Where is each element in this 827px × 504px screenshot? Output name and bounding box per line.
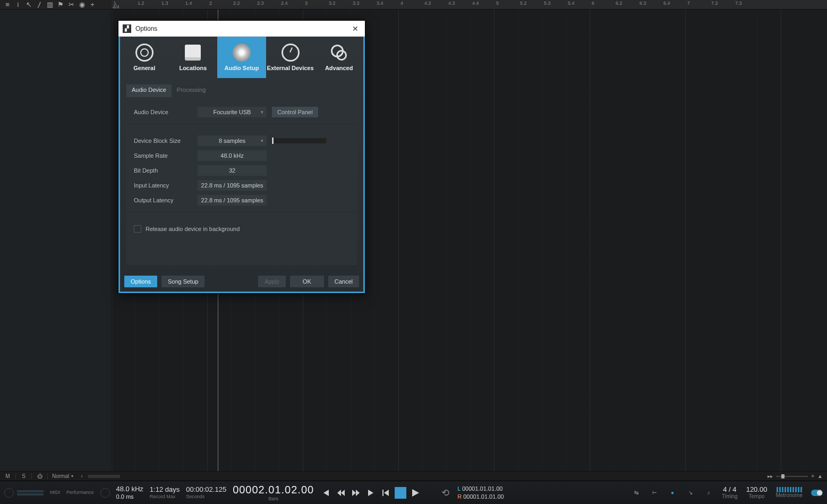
locator-left[interactable]: 00001.01.01.00 (462, 485, 502, 492)
options-category-tabs: General Locations Audio Setup External D… (120, 37, 363, 78)
tab-advanced[interactable]: Advanced (314, 37, 363, 78)
play-button[interactable] (410, 487, 421, 499)
tool-cut-icon[interactable]: ✂ (66, 1, 76, 8)
hscrollbar[interactable] (88, 475, 120, 478)
record-button[interactable] (424, 487, 436, 499)
midi-indicator-icon (100, 488, 110, 498)
input-latency-value: 22.8 ms / 1095 samples (198, 180, 267, 191)
dropout-value: 0.0 ms (116, 493, 134, 500)
block-size-slider[interactable] (271, 138, 326, 143)
expand-left-icon[interactable]: ‹ (78, 473, 86, 479)
automation-mode-label: Normal (52, 473, 69, 479)
track-footer-strip: M S ⏻ Normal▾ ‹ ▸▸ + ▲ (0, 471, 827, 481)
tab-general[interactable]: General (120, 37, 169, 78)
sample-rate-value[interactable]: 48.0 kHz (116, 485, 143, 493)
locator-display[interactable]: L 00001.01.01.00 R 00001.01.01.00 (457, 485, 504, 500)
drive-icon (184, 44, 202, 62)
timeline-ruler[interactable]: 4/4 11.21.31.422.22.32.433.23.33.444.24.… (112, 0, 827, 10)
ruler-tick: 2.4 (281, 1, 288, 6)
goto-end-button[interactable] (365, 487, 377, 499)
tab-external-devices[interactable]: External Devices (266, 37, 315, 78)
release-audio-checkbox[interactable] (134, 225, 141, 233)
power-icon[interactable]: ⏻ (32, 473, 48, 479)
block-size-value: 8 samples (219, 138, 245, 144)
svg-rect-6 (382, 490, 383, 496)
ruler-tick: 4.4 (472, 1, 479, 6)
zoom-fit-icon[interactable]: ▲ (817, 473, 823, 479)
tool-info-icon[interactable]: i (13, 1, 23, 8)
stop-button[interactable] (395, 487, 406, 499)
tool-menu-icon[interactable]: ≡ (2, 1, 13, 8)
ruler-tick: 3.3 (353, 1, 360, 6)
ruler-tick: 7.2 (711, 1, 718, 6)
goto-start-button[interactable] (320, 487, 332, 499)
loop-button[interactable]: ⟲ (439, 487, 451, 499)
ruler-tick: 6 (592, 1, 594, 6)
release-audio-label: Release audio device in background (146, 226, 240, 232)
precount-icon[interactable]: ↘ (686, 490, 695, 496)
cpu-meter-icon[interactable] (4, 488, 14, 498)
forward-button[interactable] (350, 487, 362, 499)
ruler-tick: 7 (687, 1, 690, 6)
timesig-value[interactable]: 4 / 4 (723, 485, 736, 494)
autopunch-icon[interactable]: ↹ (632, 490, 641, 496)
subtab-processing[interactable]: Processing (172, 84, 211, 97)
tool-speaker-icon[interactable]: ◉ (76, 1, 87, 8)
click-icon[interactable]: ♪ (704, 490, 713, 496)
audio-device-dropdown[interactable]: Focusrite USB (198, 107, 267, 117)
tab-locations[interactable]: Locations (169, 37, 218, 78)
block-size-dropdown[interactable]: 8 samples (198, 135, 267, 146)
tool-arrow-icon[interactable]: ↖ (23, 1, 34, 8)
svg-marker-4 (356, 490, 360, 496)
audio-device-value: Focusrite USB (214, 109, 251, 115)
tab-audio-setup[interactable]: Audio Setup (217, 37, 266, 78)
cancel-button[interactable]: Cancel (328, 276, 359, 287)
ruler-tick: 6.4 (663, 1, 670, 6)
bars-value[interactable]: 00002.01.02.00 (233, 483, 314, 496)
global-mute-button[interactable]: M (0, 473, 16, 479)
transport-bar: MIDI Performance 48.0 kHz 0.0 ms 1:12 da… (0, 481, 827, 504)
subtab-audio-device[interactable]: Audio Device (126, 84, 172, 97)
options-button[interactable]: Options (124, 276, 157, 287)
tool-plus-icon[interactable]: + (87, 1, 98, 8)
svg-marker-1 (337, 490, 341, 496)
ruler-tick: 6.2 (616, 1, 623, 6)
tool-flag-icon[interactable]: ⚑ (55, 1, 66, 8)
locator-right[interactable]: 00001.01.01.00 (463, 493, 504, 500)
tab-audio-label: Audio Setup (225, 65, 259, 71)
metronome-dot-icon[interactable]: ● (668, 490, 677, 496)
tab-external-label: External Devices (267, 65, 314, 71)
close-button[interactable]: ✕ (350, 24, 361, 33)
tab-locations-label: Locations (179, 65, 207, 71)
preroll-icon[interactable]: ⊢ (650, 490, 659, 496)
tool-toolbar: ≡ i ↖ 〳 ▥ ⚑ ✂ ◉ + (0, 0, 112, 10)
ok-button[interactable]: OK (290, 276, 324, 287)
automation-mode-dropdown[interactable]: Normal▾ (48, 473, 78, 479)
seconds-value[interactable]: 00:00:02.125 (186, 485, 226, 494)
tool-paint-icon[interactable]: ▥ (45, 1, 55, 8)
audio-device-label: Audio Device (134, 109, 198, 115)
ruler-tick: 2.3 (257, 1, 264, 6)
bit-depth-field[interactable]: 32 (198, 165, 267, 176)
add-button-icon[interactable]: + (811, 473, 814, 479)
play-end-icon[interactable]: ▸▸ (768, 473, 773, 479)
rewind-button[interactable] (335, 487, 347, 499)
ruler-tick: 4.2 (424, 1, 431, 6)
ruler-tick: 3 (305, 1, 308, 6)
dialog-titlebar[interactable]: ▞ Options ✕ (118, 21, 365, 37)
svg-marker-8 (412, 489, 419, 497)
sample-rate-field[interactable]: 48.0 kHz (198, 150, 267, 161)
song-setup-button[interactable]: Song Setup (161, 276, 205, 287)
return-to-zero-button[interactable] (380, 487, 391, 499)
zoom-slider-track[interactable] (776, 476, 808, 477)
control-panel-button[interactable]: Control Panel (272, 107, 318, 117)
tool-draw-icon[interactable]: 〳 (34, 1, 45, 8)
tempo-value[interactable]: 120.00 (746, 485, 768, 494)
apply-button[interactable]: Apply (258, 276, 286, 287)
global-solo-button[interactable]: S (16, 473, 32, 479)
output-latency-value: 22.8 ms / 1095 samples (198, 195, 267, 206)
metronome-toggle[interactable] (811, 490, 823, 496)
svg-marker-0 (323, 490, 329, 496)
ruler-tick: 6.3 (640, 1, 646, 6)
bars-label: Bars (268, 496, 278, 502)
